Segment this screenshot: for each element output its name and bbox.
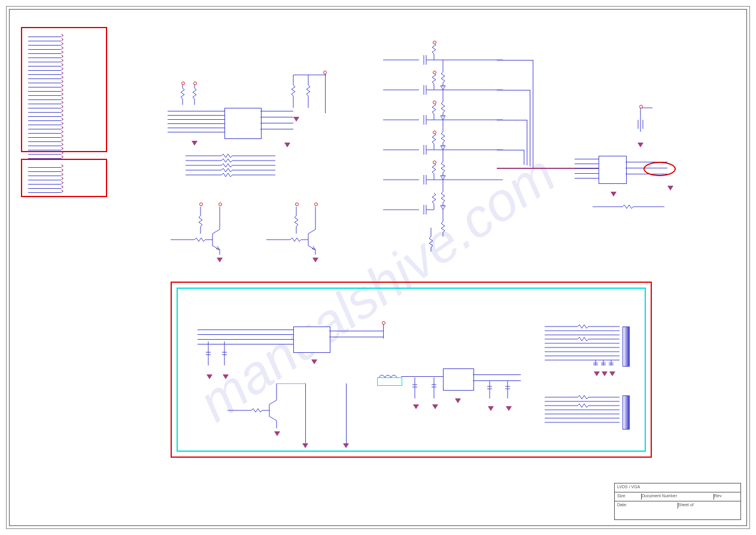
ic-u1 xyxy=(224,108,262,139)
netlabel-group-1 xyxy=(21,27,107,152)
schematic-canvas: manualshive.com xyxy=(0,0,756,535)
connector-cn1 xyxy=(623,327,630,367)
transistor-circuit-3 xyxy=(227,383,311,440)
resistor-array-icon xyxy=(186,153,281,183)
highlight-ellipse-icon xyxy=(643,162,676,176)
cap-pair-icon xyxy=(204,341,239,374)
netlabel-group-2 xyxy=(21,159,107,197)
lvds-pairs-1 xyxy=(545,324,623,368)
pullup-network-icon xyxy=(290,66,338,114)
title-block-title: LVDS / VGA xyxy=(615,483,740,492)
gnd-icon xyxy=(284,143,290,147)
ic-connector xyxy=(599,156,627,184)
gnd-icon xyxy=(192,141,198,146)
ic-u3 xyxy=(293,327,330,353)
connector-cn2 xyxy=(623,395,630,430)
transistor-circuit-2 xyxy=(266,201,350,258)
filter-network xyxy=(383,42,533,252)
title-block: LVDS / VGA Size Document Number Rev Date… xyxy=(614,483,741,520)
ic-regulator xyxy=(443,368,474,391)
transistor-circuit-1 xyxy=(171,201,254,258)
lvds-pairs-2 xyxy=(545,394,623,430)
